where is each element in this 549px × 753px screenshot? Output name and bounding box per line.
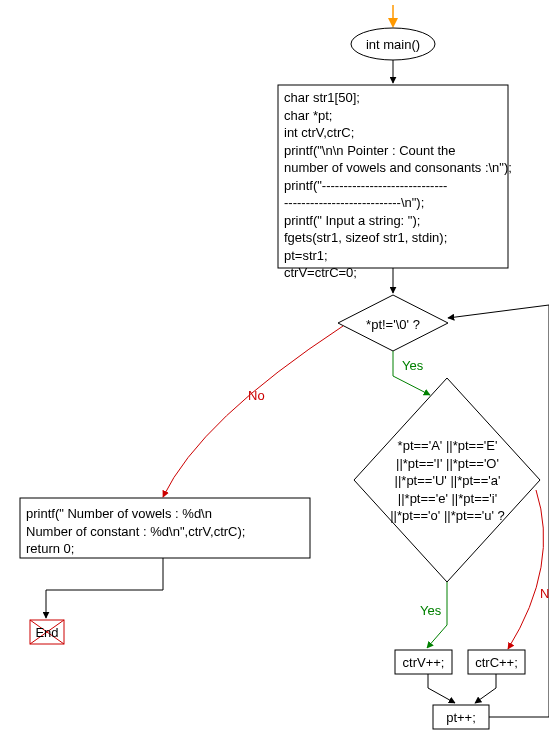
- init-block: char str1[50]; char *pt; int ctrV,ctrC; …: [284, 89, 506, 282]
- cond2-no-label: N: [540, 586, 549, 601]
- cond1-decision: *pt!='\0' ?: [353, 316, 433, 334]
- cond2-decision: *pt=='A' ||*pt=='E' ||*pt=='I' ||*pt=='O…: [385, 437, 510, 525]
- end-node: End: [30, 624, 64, 642]
- cond1-yes-label: Yes: [402, 358, 423, 373]
- ptpp-process: pt++;: [433, 709, 489, 727]
- start-node: int main(): [362, 36, 424, 54]
- ctrv-process: ctrV++;: [395, 654, 452, 672]
- cond1-no-label: No: [248, 388, 265, 403]
- ctrc-process: ctrC++;: [468, 654, 525, 672]
- output-process: printf(" Number of vowels : %d\n Number …: [26, 505, 306, 558]
- cond2-yes-label: Yes: [420, 603, 441, 618]
- svg-marker-1: [388, 18, 398, 28]
